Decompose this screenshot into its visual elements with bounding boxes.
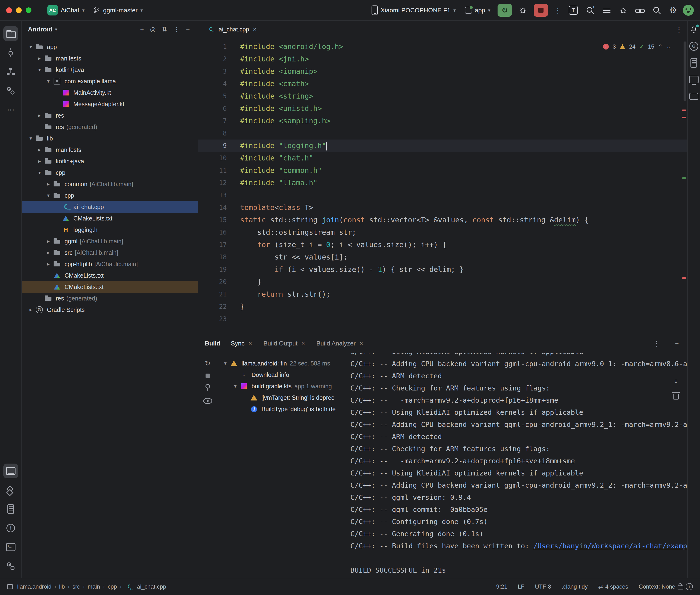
code-line[interactable]: 22} [198, 301, 688, 313]
breadcrumb-item[interactable]: llama.android [17, 583, 52, 590]
build-tree-item[interactable]: 'jvmTarget: String' is deprec [217, 392, 347, 403]
chevron-icon[interactable] [35, 113, 44, 118]
status-encoding[interactable]: UTF-8 [535, 583, 551, 590]
project-tree-item[interactable]: kotlin+java [22, 64, 198, 76]
chevron-icon[interactable] [35, 170, 44, 175]
status-context[interactable]: Context: None [639, 583, 675, 590]
error-stripe-mark[interactable] [682, 110, 686, 111]
chevron-icon[interactable] [231, 383, 240, 389]
plugins-button[interactable] [633, 4, 647, 17]
profiler-button[interactable] [616, 4, 631, 17]
breadcrumb-item[interactable]: ai_chat.cpp [137, 583, 166, 590]
app-insights-button[interactable] [688, 91, 699, 102]
project-tree-item[interactable]: manifests [22, 53, 198, 64]
build-output-path-link[interactable]: /Users/hanyin/Workspace/ai-chat/examples… [533, 542, 688, 550]
change-stripe-mark[interactable] [682, 177, 686, 179]
build-tab-build[interactable]: Build [205, 340, 220, 347]
code-line[interactable]: 20 } [198, 276, 688, 288]
project-tree-item[interactable]: cpp [22, 167, 198, 178]
sync-icon[interactable] [205, 360, 210, 367]
project-tree-item[interactable]: ggml[AiChat.lib.main] [22, 235, 198, 247]
prev-issue-button[interactable]: ⌃ [658, 40, 662, 53]
chevron-icon[interactable] [26, 44, 35, 50]
project-tool-button[interactable] [3, 26, 18, 41]
project-widget[interactable]: AC AiChat [44, 3, 88, 18]
build-options-button[interactable] [651, 339, 663, 348]
code-line[interactable]: 14template<class T> [198, 201, 688, 214]
project-tree-item[interactable]: cpp [22, 190, 198, 201]
version-control-tool-button[interactable] [3, 559, 18, 573]
stop-sync-icon[interactable] [205, 374, 210, 378]
run-button[interactable] [498, 4, 512, 17]
close-tab-icon[interactable]: × [300, 340, 306, 347]
chevron-icon[interactable] [26, 136, 35, 141]
view-options-button[interactable] [599, 4, 614, 17]
notifications-button[interactable] [688, 24, 699, 35]
code-line[interactable]: 2#include <jni.h> [198, 53, 688, 65]
editor-options-button[interactable] [673, 25, 685, 34]
project-tree-item[interactable]: lib [22, 133, 198, 144]
expand-collapse-button[interactable] [160, 26, 169, 33]
inspections-widget[interactable]: 3 24 15 ⌃ ⌄ [603, 40, 671, 53]
project-tree-item[interactable]: res [22, 110, 198, 121]
debug-button[interactable] [516, 4, 530, 17]
minimize-window-button[interactable] [16, 7, 22, 13]
status-indent[interactable]: ⇄4 spaces [598, 583, 628, 590]
code-editor[interactable]: 1#include <android/log.h>2#include <jni.… [198, 38, 688, 334]
ai-search-button[interactable]: + [583, 4, 597, 17]
settings-button[interactable] [666, 4, 680, 17]
filter-eye-icon[interactable] [203, 398, 212, 404]
structure-tool-button[interactable] [3, 64, 18, 79]
code-line[interactable]: 17 for (size_t i = 0; i < values.size();… [198, 238, 688, 251]
hide-panel-button[interactable] [184, 26, 192, 33]
soft-wrap-icon[interactable] [674, 358, 678, 370]
more-actions-button[interactable] [552, 6, 564, 15]
code-line[interactable]: 5#include <string> [198, 90, 688, 103]
more-tools-button[interactable] [3, 103, 18, 117]
build-tab-build-output[interactable]: Build Output× [263, 340, 306, 347]
breadcrumb-item[interactable]: cpp [108, 583, 117, 590]
chevron-icon[interactable] [35, 55, 44, 61]
scroll-to-end-icon[interactable] [674, 375, 678, 387]
chevron-icon[interactable] [35, 158, 44, 164]
code-line[interactable]: 15static std::string join(const std::vec… [198, 214, 688, 226]
project-tree-item[interactable]: res(generated) [22, 121, 198, 133]
search-everywhere-button[interactable] [649, 4, 664, 17]
project-tree-item[interactable]: Gradle Scripts [22, 304, 198, 315]
project-tree-item[interactable]: ai_chat.cpp [22, 201, 198, 213]
build-tree-item[interactable]: build.gradle.ktsapp 1 warning [217, 380, 347, 392]
error-stripe-mark[interactable] [682, 117, 686, 118]
project-tree-item[interactable]: com.example.llama [22, 76, 198, 87]
project-tree-item[interactable]: kotlin+java [22, 155, 198, 167]
breadcrumb-item[interactable]: lib [59, 583, 65, 590]
close-window-button[interactable] [6, 7, 12, 13]
status-clang-tidy[interactable]: .clang-tidy [562, 583, 588, 590]
add-button[interactable] [138, 26, 146, 33]
project-tree-item[interactable]: MainActivity.kt [22, 87, 198, 98]
build-tree-item[interactable]: BuildType 'debug' is both de [217, 403, 347, 415]
project-tree-item[interactable]: logging.h [22, 224, 198, 235]
chevron-icon[interactable] [35, 147, 44, 152]
clear-console-icon[interactable] [673, 394, 679, 399]
breadcrumb-item[interactable]: src [73, 583, 80, 590]
chevron-icon[interactable] [44, 78, 53, 84]
project-view-selector[interactable]: Android [28, 26, 52, 33]
code-line[interactable]: 13 [198, 189, 688, 201]
chevron-icon[interactable] [26, 307, 35, 313]
code-line[interactable]: 10#include "chat.h" [198, 152, 688, 164]
packages-tool-button[interactable] [3, 483, 18, 498]
chevron-icon[interactable] [221, 361, 230, 366]
commit-tool-button[interactable] [3, 45, 18, 60]
next-issue-button[interactable]: ⌄ [666, 40, 671, 53]
code-line[interactable]: 16 std::ostringstream str; [198, 226, 688, 238]
pull-requests-tool-button[interactable] [3, 83, 18, 98]
build-tab-build-analyzer[interactable]: Build Analyzer× [316, 340, 364, 347]
code-line[interactable]: 11#include "common.h" [198, 164, 688, 177]
locate-file-button[interactable] [148, 26, 158, 33]
project-tree-item[interactable]: app [22, 41, 198, 53]
panel-options-button[interactable] [171, 26, 182, 33]
project-tree-item[interactable]: CMakeLists.txt [22, 270, 198, 281]
gradle-tool-button[interactable] [688, 41, 699, 52]
breadcrumb-item[interactable]: main [88, 583, 100, 590]
build-tab-sync[interactable]: Sync× [231, 340, 253, 347]
